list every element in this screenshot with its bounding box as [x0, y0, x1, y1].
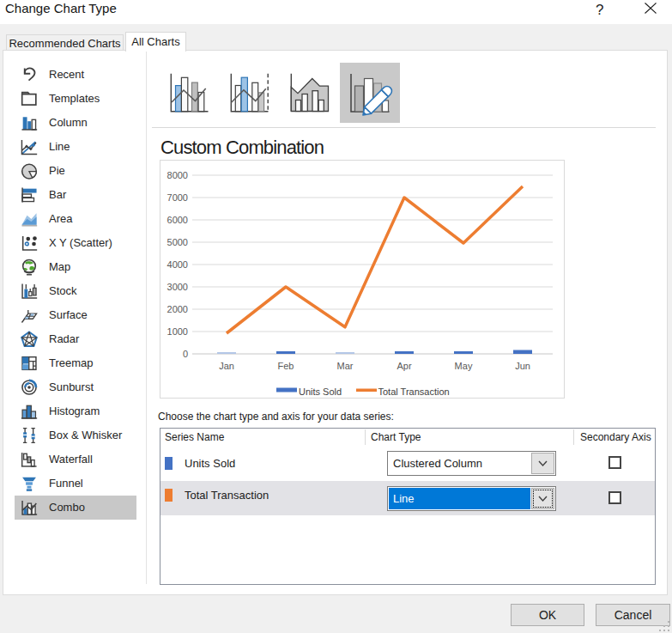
- svg-text:May: May: [455, 361, 473, 371]
- svg-text:3000: 3000: [167, 282, 188, 292]
- svg-text:7000: 7000: [167, 192, 188, 203]
- svg-text:2000: 2000: [167, 304, 188, 314]
- svg-text:4000: 4000: [167, 259, 188, 270]
- svg-text:8000: 8000: [167, 170, 188, 180]
- svg-text:Total Transaction: Total Transaction: [378, 386, 450, 397]
- svg-text:Apr: Apr: [397, 361, 411, 371]
- svg-text:1000: 1000: [167, 326, 188, 337]
- svg-text:0: 0: [183, 349, 188, 359]
- svg-text:Mar: Mar: [337, 361, 354, 371]
- svg-text:6000: 6000: [167, 215, 188, 225]
- svg-text:Feb: Feb: [278, 361, 294, 371]
- svg-text:Jun: Jun: [515, 361, 530, 371]
- svg-text:Units Sold: Units Sold: [299, 386, 342, 397]
- svg-text:Jan: Jan: [219, 361, 234, 371]
- svg-text:5000: 5000: [167, 237, 188, 247]
